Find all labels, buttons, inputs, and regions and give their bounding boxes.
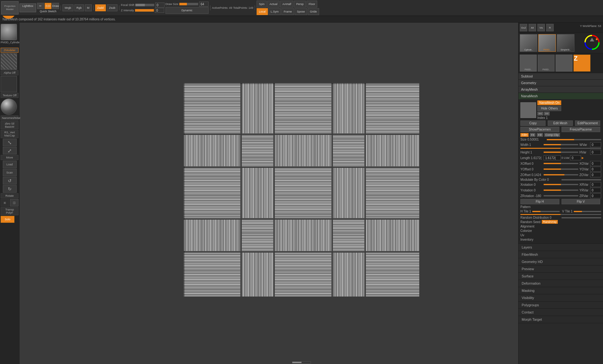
xrotation-slider[interactable] xyxy=(544,184,578,185)
canvas-mesh xyxy=(184,83,419,297)
size-slider[interactable] xyxy=(547,139,601,140)
svg-rect-56 xyxy=(333,253,364,297)
svg-rect-43 xyxy=(184,168,240,218)
svg-rect-48 xyxy=(184,220,240,251)
main-area: PM3D_Cylinde ZModeler Alpha Off Texture … xyxy=(0,23,603,364)
svg-rect-41 xyxy=(333,135,364,166)
svg-rect-33 xyxy=(184,83,240,133)
thumb-cylinder-polyme[interactable]: Cylinde.. xyxy=(520,34,537,52)
canvas-column: Projection Master LightBox ✏ Edit Draw Q… xyxy=(19,23,518,364)
height-slider[interactable] xyxy=(544,152,578,153)
svg-rect-66 xyxy=(184,83,185,297)
svg-rect-35 xyxy=(275,83,331,133)
svg-rect-51 xyxy=(333,220,364,251)
svg-rect-53 xyxy=(184,253,240,297)
thumb-label-1: Cylinde.. xyxy=(524,49,533,51)
thumb-label-3: SimpleSt.. xyxy=(561,49,571,51)
svg-rect-45 xyxy=(275,168,331,218)
thumb-pm3d-cylinder[interactable]: PM3D.. xyxy=(538,34,556,52)
yrotation-slider[interactable] xyxy=(544,190,578,191)
svg-rect-54 xyxy=(242,253,273,297)
svg-rect-34 xyxy=(242,83,273,133)
thumb-label-2: PM3D.. xyxy=(543,49,551,51)
svg-rect-49 xyxy=(242,220,273,251)
svg-rect-39 xyxy=(242,135,273,166)
thumb-simplest-cylinder[interactable]: SimpleSt.. xyxy=(557,34,574,52)
svg-rect-67 xyxy=(184,83,419,84)
svg-rect-52 xyxy=(366,220,419,251)
h-tile-slider[interactable] xyxy=(532,211,560,212)
canvas-viewport xyxy=(19,23,518,364)
svg-rect-57 xyxy=(366,253,419,297)
progress-fill xyxy=(292,362,302,363)
svg-rect-42 xyxy=(366,135,419,166)
canvas-progress xyxy=(292,361,311,363)
svg-rect-36 xyxy=(333,83,364,133)
zoffset-slider[interactable] xyxy=(544,174,578,175)
svg-rect-38 xyxy=(184,135,240,166)
yoffset-slider[interactable] xyxy=(544,169,578,170)
width-slider[interactable] xyxy=(544,144,578,145)
v-tile-slider[interactable] xyxy=(574,211,601,212)
svg-rect-46 xyxy=(333,168,364,218)
svg-rect-50 xyxy=(275,220,331,251)
xoffset-slider[interactable] xyxy=(544,163,578,164)
zrotation-slider[interactable] xyxy=(544,195,578,196)
svg-rect-47 xyxy=(366,168,419,218)
svg-rect-40 xyxy=(275,135,331,166)
random-dist-slider[interactable] xyxy=(562,217,601,218)
modulate-slider[interactable] xyxy=(562,179,601,180)
svg-rect-44 xyxy=(242,168,273,218)
svg-rect-37 xyxy=(366,83,419,133)
svg-rect-55 xyxy=(275,253,331,297)
